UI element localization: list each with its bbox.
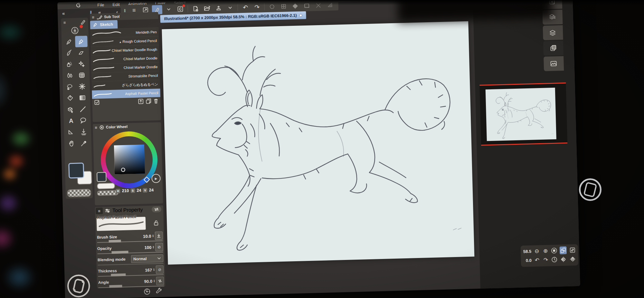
fill-tool-shortcut-button[interactable] xyxy=(290,1,301,11)
clip-studio-button[interactable] xyxy=(175,5,186,14)
tool-figure[interactable] xyxy=(76,70,89,81)
transparent-chip-small[interactable] xyxy=(97,190,118,196)
saturation-value-square[interactable] xyxy=(114,144,145,174)
angle-stepper[interactable]: ▲▼ xyxy=(153,279,155,283)
download-materials-button[interactable] xyxy=(68,25,82,35)
thickness-slider[interactable] xyxy=(111,273,126,276)
open-file-button[interactable] xyxy=(202,4,213,13)
canvas[interactable] xyxy=(162,21,475,265)
tab-navigator[interactable] xyxy=(544,56,564,71)
zoom-out-button[interactable]: ⊖ xyxy=(534,247,540,255)
unlock-icon[interactable] xyxy=(153,220,159,226)
blending-mode-select[interactable]: Normal xyxy=(131,254,164,263)
fit-to-navigator-button[interactable] xyxy=(569,246,576,254)
brush-size-slider[interactable] xyxy=(109,240,121,243)
v-value[interactable]: 24 xyxy=(149,187,154,192)
tool-gradient[interactable] xyxy=(77,92,89,104)
menu-edit[interactable]: Edit xyxy=(112,2,120,7)
zoom-percent[interactable]: 58.5 xyxy=(523,249,532,254)
tool-blend[interactable] xyxy=(64,70,76,82)
ruler-snap-off-button[interactable] xyxy=(313,1,324,10)
redo-button[interactable]: ↷ xyxy=(252,2,262,12)
tab-material[interactable] xyxy=(542,0,562,9)
sub-color-chip-small[interactable] xyxy=(97,183,115,189)
collapse-dock-arrow[interactable]: « xyxy=(62,11,65,16)
brush-size-source-button[interactable] xyxy=(155,232,163,240)
tab-sketch[interactable]: Sketch xyxy=(90,20,118,29)
tool-text[interactable]: A xyxy=(65,115,77,127)
menu-file[interactable]: File xyxy=(97,2,104,7)
flip-horizontal-button[interactable] xyxy=(560,255,567,263)
tool-frame-border[interactable] xyxy=(65,126,78,138)
tab-layer[interactable] xyxy=(543,25,563,40)
tool-eyedropper[interactable] xyxy=(78,137,90,149)
tab-sub-view[interactable] xyxy=(543,41,564,56)
tool-detail-wrench-icon[interactable] xyxy=(155,288,162,295)
fit-to-screen-button[interactable] xyxy=(551,247,558,254)
tool-brush[interactable] xyxy=(63,47,76,59)
actual-size-button[interactable] xyxy=(560,246,567,254)
brush-size-value[interactable]: 10.0 xyxy=(143,233,151,239)
brush-merideth-pen[interactable]: Merideth Pen xyxy=(90,28,159,38)
tool-hand[interactable] xyxy=(65,138,78,149)
show-all-checkbox[interactable] xyxy=(94,100,100,105)
flip-vertical-button[interactable] xyxy=(569,255,576,263)
gradient-shortcut-button[interactable] xyxy=(325,1,336,10)
subview-thumbnail[interactable] xyxy=(486,88,556,141)
colorwheel-menu-icon[interactable]: ≡ xyxy=(95,125,97,130)
new-canvas-button[interactable] xyxy=(190,4,201,13)
subtool-menu-icon[interactable]: ≡ xyxy=(92,15,94,20)
tool-pen[interactable] xyxy=(63,36,75,48)
undo-button[interactable]: ↶ xyxy=(240,3,251,12)
tool-fill[interactable] xyxy=(64,93,77,104)
tool-operation[interactable] xyxy=(77,126,90,138)
brush-stromatolite-pencil[interactable]: Stromatolite Pencil xyxy=(91,71,160,82)
snap-special-ruler-button[interactable] xyxy=(267,2,278,11)
rotate-canvas-button[interactable] xyxy=(66,274,91,298)
tab-layer-property[interactable] xyxy=(542,10,563,25)
tool-eraser[interactable] xyxy=(75,47,88,59)
angle-dynamics-button[interactable] xyxy=(156,277,164,285)
h-value[interactable]: 210 xyxy=(122,188,129,193)
brush-size-stepper[interactable]: ▲▼ xyxy=(152,234,154,237)
opacity-stepper[interactable]: ▲▼ xyxy=(152,245,154,249)
thickness-dynamics-button[interactable]: ⊘ xyxy=(156,265,164,274)
tool-object[interactable] xyxy=(64,104,77,115)
export-button[interactable] xyxy=(213,4,224,13)
brush-settings-gauge-icon[interactable] xyxy=(143,288,151,295)
toolprop-menu-button[interactable]: ≡ xyxy=(96,208,103,214)
zoom-in-button[interactable]: ⊕ xyxy=(542,247,549,254)
tool-pencil[interactable] xyxy=(75,36,88,47)
angle-value[interactable]: 90.0 xyxy=(144,279,152,284)
tool-decoration[interactable] xyxy=(76,58,88,70)
publish-subtool-icon[interactable] xyxy=(138,98,144,104)
brush-rough-colored-pencil[interactable]: ▲Rough Colored Pencil xyxy=(90,36,159,47)
tool-balloon[interactable] xyxy=(77,115,90,126)
s-value[interactable]: 24 xyxy=(137,188,141,193)
reset-rotation-button[interactable] xyxy=(551,256,558,263)
angle-slider[interactable] xyxy=(109,285,122,288)
delete-subtool-icon[interactable] xyxy=(153,98,158,104)
brush-chisel-marker-doodle[interactable]: Chisel Marker Doodle xyxy=(91,54,160,64)
tool-palette-menu-icon[interactable]: ≡ xyxy=(63,20,66,25)
snap-grid-button[interactable] xyxy=(279,2,289,11)
thickness-value[interactable]: 167 xyxy=(145,267,152,273)
toolprop-swap-button[interactable] xyxy=(152,206,161,213)
rotate-left-button[interactable]: ↶ xyxy=(534,256,541,264)
rotate-right-button[interactable]: ↷ xyxy=(543,256,549,263)
edge-panel-handle[interactable] xyxy=(579,178,601,201)
tool-saturated-line[interactable] xyxy=(76,81,89,93)
opacity-value[interactable]: 100 xyxy=(144,245,151,250)
tool-selection[interactable] xyxy=(64,81,77,93)
tool-airbrush[interactable] xyxy=(63,59,76,70)
rotation-degrees[interactable]: 0.0 xyxy=(523,258,532,263)
frame-border-button[interactable] xyxy=(302,1,312,10)
opacity-slider[interactable] xyxy=(111,251,128,254)
main-color-chip[interactable] xyxy=(68,163,84,178)
export-chevron-button[interactable] xyxy=(225,3,236,13)
opacity-dynamics-button[interactable]: ⊘ xyxy=(155,243,163,252)
duplicate-subtool-icon[interactable] xyxy=(146,98,151,104)
tool-chevron-button[interactable] xyxy=(164,5,174,14)
main-color-chip-small[interactable] xyxy=(97,172,107,182)
thickness-stepper[interactable]: ▲▼ xyxy=(153,268,155,271)
